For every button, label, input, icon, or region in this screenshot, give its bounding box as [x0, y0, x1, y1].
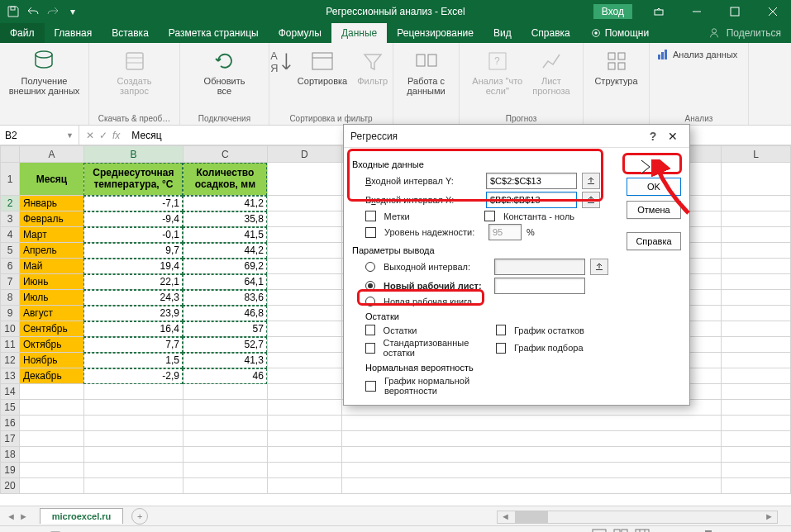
view-normal-icon[interactable] [592, 529, 607, 533]
cell[interactable] [722, 196, 791, 211]
output-range-input[interactable] [494, 259, 585, 275]
cell[interactable]: Среднесуточная температура, °C [83, 163, 183, 196]
labels-checkbox[interactable] [365, 211, 376, 221]
view-pagelayout-icon[interactable] [613, 529, 628, 533]
tab-formulas[interactable]: Формулы [269, 23, 331, 43]
cell[interactable] [267, 306, 341, 321]
save-icon[interactable] [7, 5, 20, 18]
tab-home[interactable]: Главная [45, 23, 102, 43]
new-book-radio[interactable] [365, 297, 375, 306]
cell[interactable]: -7,1 [83, 196, 183, 211]
cell[interactable]: Июль [19, 290, 83, 306]
cell[interactable] [267, 211, 341, 227]
filter-button[interactable]: Фильтр [354, 46, 391, 88]
cell[interactable]: 16,4 [83, 321, 183, 337]
close-icon[interactable]: ✕ [663, 130, 683, 143]
cell[interactable]: 7,7 [83, 337, 183, 353]
cell[interactable] [267, 196, 341, 211]
cell[interactable] [722, 337, 791, 353]
cell[interactable]: Февраль [19, 211, 83, 227]
select-all-corner[interactable] [1, 146, 20, 163]
tab-layout[interactable]: Разметка страницы [159, 23, 269, 43]
cell[interactable]: Декабрь [19, 368, 83, 384]
cell[interactable] [267, 290, 341, 306]
get-external-data-button[interactable]: Получение внешних данных [6, 46, 83, 97]
new-query-button[interactable]: Создать запрос [114, 46, 155, 97]
cell[interactable] [722, 211, 791, 227]
collapse-dialog-icon[interactable] [582, 192, 600, 208]
cell[interactable]: Количество осадков, мм [183, 163, 267, 196]
row-header[interactable]: 8 [1, 290, 20, 306]
cell[interactable] [267, 243, 341, 259]
tab-insert[interactable]: Вставка [102, 23, 159, 43]
cell[interactable]: 64,1 [183, 274, 267, 290]
confidence-checkbox[interactable] [365, 227, 376, 238]
sheet-tab[interactable]: microexcel.ru [40, 508, 124, 524]
maximize-icon[interactable] [717, 0, 753, 23]
cell[interactable]: 19,4 [83, 259, 183, 274]
cell[interactable]: 41,2 [183, 196, 267, 211]
cell[interactable] [722, 353, 791, 368]
cell[interactable] [722, 290, 791, 306]
tab-view[interactable]: Вид [484, 23, 522, 43]
cell[interactable] [267, 368, 341, 384]
collapse-dialog-icon[interactable] [582, 173, 600, 189]
row-header[interactable]: 10 [1, 321, 20, 337]
cell[interactable]: 24,3 [83, 290, 183, 306]
cancel-formula-icon[interactable]: ✕ [86, 130, 94, 141]
cell[interactable]: 46 [183, 368, 267, 384]
new-sheet-radio[interactable] [365, 281, 375, 291]
help-button[interactable]: Справка [627, 232, 681, 250]
cell[interactable] [722, 368, 791, 384]
row-header[interactable]: 9 [1, 306, 20, 321]
cell[interactable]: 52,7 [183, 337, 267, 353]
cell[interactable]: 1,5 [83, 353, 183, 368]
cell[interactable]: -9,4 [83, 211, 183, 227]
cell[interactable]: Ноябрь [19, 353, 83, 368]
residuals-checkbox[interactable] [365, 325, 375, 335]
std-residuals-checkbox[interactable] [365, 343, 375, 354]
name-box[interactable]: ▼ [0, 126, 79, 145]
col-header[interactable]: B [83, 146, 183, 163]
close-icon[interactable] [755, 0, 791, 23]
cell[interactable]: -2,9 [83, 368, 183, 384]
row-header[interactable]: 4 [1, 227, 20, 243]
data-analysis-button[interactable]: Анализ данных [655, 46, 739, 63]
collapse-dialog-icon[interactable] [590, 259, 608, 275]
confidence-input[interactable] [488, 224, 522, 240]
row-header[interactable]: 5 [1, 243, 20, 259]
cell[interactable]: 9,7 [83, 243, 183, 259]
cell[interactable]: 44,2 [183, 243, 267, 259]
cell[interactable] [267, 321, 341, 337]
redo-icon[interactable] [46, 5, 60, 18]
sort-button[interactable]: Сортировка [294, 46, 350, 88]
cell[interactable]: Январь [19, 196, 83, 211]
login-button[interactable]: Вход [593, 4, 632, 19]
enter-formula-icon[interactable]: ✓ [99, 130, 107, 141]
cell[interactable]: 57 [183, 321, 267, 337]
fit-plot-checkbox[interactable] [496, 343, 506, 354]
cell[interactable]: 46,8 [183, 306, 267, 321]
minimize-icon[interactable] [679, 0, 715, 23]
cancel-button[interactable]: Отмена [627, 201, 681, 219]
add-sheet-button[interactable]: + [131, 508, 148, 525]
output-range-radio[interactable] [365, 262, 375, 272]
sort-az-button[interactable]: AЯ [271, 46, 291, 76]
tab-file[interactable]: Файл [0, 23, 45, 43]
cell[interactable]: Сентябрь [19, 321, 83, 337]
fx-icon[interactable]: fx [112, 130, 120, 141]
data-tools-button[interactable]: Работа с данными [403, 46, 448, 97]
cell[interactable]: Месяц [19, 163, 83, 196]
share-button[interactable]: Поделиться [698, 23, 791, 43]
row-header[interactable]: 2 [1, 196, 20, 211]
cell[interactable]: Июнь [19, 274, 83, 290]
cell[interactable]: -0,1 [83, 227, 183, 243]
tab-assistant[interactable]: Помощни [580, 23, 659, 43]
qat-dropdown-icon[interactable]: ▾ [66, 5, 79, 18]
col-header[interactable]: L [722, 146, 791, 163]
normal-plot-checkbox[interactable] [365, 381, 376, 392]
outline-button[interactable]: Структура [591, 46, 641, 88]
ribbon-options-icon[interactable] [641, 0, 677, 23]
cell[interactable]: Март [19, 227, 83, 243]
cell[interactable] [267, 337, 341, 353]
